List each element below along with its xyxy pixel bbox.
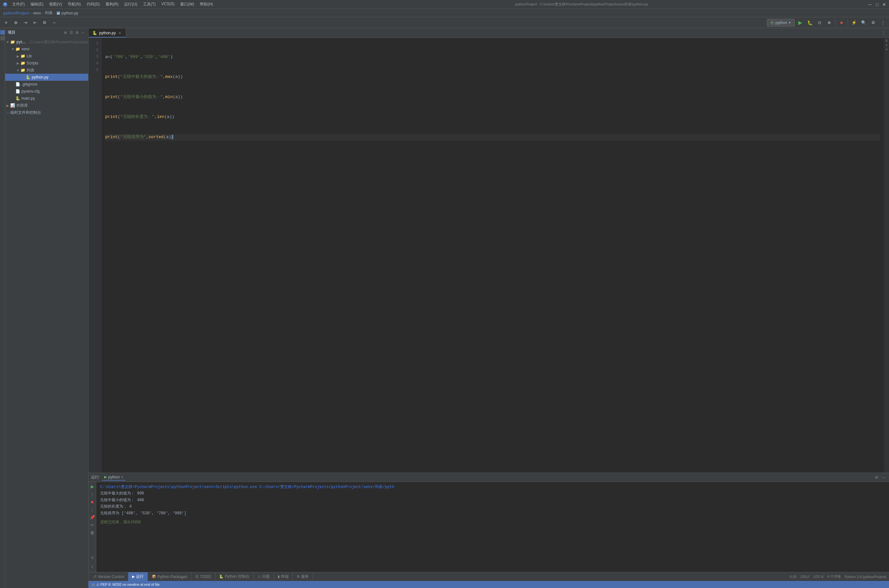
toolbar-settings-btn[interactable]: ⚙: [41, 19, 49, 27]
tree-item-venv[interactable]: ▼ 📁 venv: [5, 45, 88, 52]
menu-navigate[interactable]: 导航(N): [65, 1, 83, 8]
terminal-tab-close[interactable]: ✕: [121, 475, 123, 479]
external-lib-icon: 📊: [10, 103, 15, 108]
tree-arrow-temp[interactable]: ⊙: [5, 111, 10, 114]
panel-collapse-btn[interactable]: ☰: [68, 30, 74, 36]
toolbar-minus-btn[interactable]: ─: [50, 19, 59, 27]
menu-code[interactable]: 代码(D): [84, 1, 102, 8]
bottom-tab-run[interactable]: ▶ 运行: [128, 572, 148, 581]
bottom-tab-todo[interactable]: ☰ TODO: [191, 572, 215, 581]
term-up-btn[interactable]: ↑: [89, 491, 96, 497]
project-tree[interactable]: ▼ 📁 pythonProject C:\Users\曹文静\PycharmPr…: [5, 37, 88, 588]
bottom-tab-version-control[interactable]: ⎇ Version Control: [89, 572, 128, 581]
toolbar-outdent-btn[interactable]: ⇤: [31, 19, 39, 27]
toolbar-settings2-btn[interactable]: ⚙: [869, 19, 877, 27]
term-wrap-btn[interactable]: ↩: [89, 522, 96, 528]
tree-item-pyvenv[interactable]: 📄 pyvenv.cfg: [5, 88, 88, 95]
gutter-arrow-down[interactable]: ∨: [886, 47, 888, 51]
toolbar-coverage-btn[interactable]: ⊙: [815, 19, 824, 27]
tree-item-external[interactable]: ▶ 📊 外部库: [5, 102, 88, 109]
toolbar-profile-btn[interactable]: ⊗: [825, 19, 833, 27]
bottom-tab-services[interactable]: ⚙ 服务: [293, 572, 313, 581]
term-info-btn[interactable]: ℹ: [89, 564, 96, 570]
toolbar-translate-btn[interactable]: ⚡: [850, 19, 858, 27]
toolbar-project-btn[interactable]: ≡: [2, 19, 10, 27]
term-scroll-left-btn[interactable]: ☰: [89, 555, 96, 561]
tree-item-gitignore[interactable]: 📄 .gitignore: [5, 81, 88, 88]
menu-window[interactable]: 窗口(W): [177, 1, 197, 8]
tree-item-lib[interactable]: ▶ 📁 Lib: [5, 52, 88, 60]
tree-label-main-py: main.py: [21, 96, 35, 100]
panel-gear-btn[interactable]: ⊕: [63, 30, 68, 36]
menu-help[interactable]: 帮助(H): [197, 1, 215, 8]
panel-settings-btn[interactable]: ⚙: [74, 30, 80, 36]
tree-item-python-py[interactable]: 🐍 python.py: [5, 74, 88, 81]
terminal-content[interactable]: C:\Users\曹文静\PycharmProjects\pythonProje…: [96, 482, 889, 572]
code-editor[interactable]: 1 2 3 4 5 a=('700','999','520','400') pr…: [89, 38, 889, 472]
breadcrumb-project[interactable]: pythonProject: [3, 11, 29, 15]
term-down-btn[interactable]: ↓: [89, 506, 96, 513]
run-config-selector[interactable]: python ▼: [767, 19, 795, 27]
tree-arrow-venv[interactable]: ▼: [10, 47, 15, 51]
status-warning-text[interactable]: ⚠ PEP 8: W292 no newline at end of file: [96, 582, 160, 587]
status-indent[interactable]: 4 个空格: [827, 574, 841, 579]
breadcrumb-venv[interactable]: venv: [33, 11, 41, 15]
toolbar-more-btn[interactable]: ⋮: [879, 19, 887, 27]
tree-item-pythonproject[interactable]: ▼ 📁 pythonProject C:\Users\曹文静\PycharmPr…: [5, 39, 88, 45]
minimize-button[interactable]: ─: [868, 2, 872, 7]
tree-arrow-external[interactable]: ▶: [5, 104, 10, 107]
title-bar: 文件(F) 编辑(E) 视图(V) 导航(N) 代码(D) 重构(R) 运行(U…: [0, 0, 889, 9]
terminal-minimize-btn[interactable]: ─: [881, 475, 886, 480]
terminal-tab-python[interactable]: ▶ python ✕: [102, 474, 125, 481]
status-position[interactable]: 5:25: [790, 575, 796, 579]
maximize-button[interactable]: □: [875, 2, 879, 7]
bottom-tab-problems[interactable]: ⚠ 问题: [254, 572, 274, 581]
term-clear-btn[interactable]: 🗑: [89, 530, 96, 536]
tree-item-temp[interactable]: ⊙ 临时文件和控制台: [5, 109, 88, 116]
tree-item-liebiao[interactable]: ▼ 📁 列表: [5, 67, 88, 74]
menu-file[interactable]: 文件(F): [10, 1, 27, 8]
tab-settings-btn[interactable]: ⋮: [881, 30, 887, 36]
terminal-header-buttons: ⚙ ─: [874, 475, 886, 480]
breadcrumb-file[interactable]: py python.py: [56, 11, 78, 15]
bottom-tab-python-console[interactable]: 🐍 Python 控制台: [215, 572, 254, 581]
terminal-settings-btn[interactable]: ⚙: [874, 475, 879, 480]
gutter-arrow-up[interactable]: ∧: [886, 43, 888, 47]
bottom-tab-python-packages[interactable]: 📦 Python Packages: [148, 572, 191, 581]
editor-tab-python-py[interactable]: 🐍 python.py ✕: [89, 28, 126, 38]
menu-edit[interactable]: 编辑(E): [28, 1, 46, 8]
menu-tools[interactable]: 工具(T): [140, 1, 158, 8]
right-gutter: 9 ∧ ∨: [884, 38, 889, 472]
gutter-info: 9: [886, 39, 887, 43]
toolbar-search-btn[interactable]: 🔍: [859, 19, 868, 27]
tree-arrow-scripts[interactable]: ▶: [15, 62, 21, 65]
left-icon-2[interactable]: [0, 36, 5, 40]
term-run-btn[interactable]: ▶: [89, 483, 96, 490]
tree-arrow-lib[interactable]: ▶: [15, 54, 21, 58]
run-button[interactable]: ▶: [796, 19, 804, 27]
panel-minus-btn[interactable]: ─: [80, 30, 86, 36]
bottom-tab-terminal[interactable]: ▮ 终端: [274, 572, 293, 581]
status-python[interactable]: Python 3.6 (pythonProject): [845, 575, 886, 579]
tree-item-main-py[interactable]: 🐍 main.py: [5, 95, 88, 102]
menu-refactor[interactable]: 重构(R): [103, 1, 121, 8]
breadcrumb-folder[interactable]: 列表: [45, 10, 53, 16]
menu-vcs[interactable]: VCS(S): [159, 1, 177, 8]
term-pin-btn[interactable]: 📌: [89, 514, 96, 520]
status-line-ending[interactable]: CRLF: [800, 575, 810, 579]
left-icon-1[interactable]: [0, 30, 5, 34]
close-button[interactable]: ✕: [882, 2, 886, 7]
toolbar-sync-btn[interactable]: ⊕: [12, 19, 20, 27]
toolbar-indent-btn[interactable]: ⇥: [21, 19, 30, 27]
status-encoding[interactable]: UTF-8: [813, 575, 823, 579]
menu-run[interactable]: 运行(U): [122, 1, 140, 8]
menu-view[interactable]: 视图(V): [47, 1, 65, 8]
tab-close-python-py[interactable]: ✕: [118, 31, 122, 36]
tree-arrow-pythonproject[interactable]: ▼: [5, 40, 10, 44]
code-content[interactable]: a=('700','999','520','400') print("元组中最大…: [101, 38, 884, 472]
toolbar-stop-btn[interactable]: ■: [837, 19, 846, 27]
tree-arrow-liebiao[interactable]: ▼: [15, 69, 21, 72]
term-stop-btn[interactable]: ■: [89, 499, 96, 505]
tree-item-scripts[interactable]: ▶ 📁 Scripts: [5, 60, 88, 67]
debug-button[interactable]: 🐛: [806, 19, 814, 27]
